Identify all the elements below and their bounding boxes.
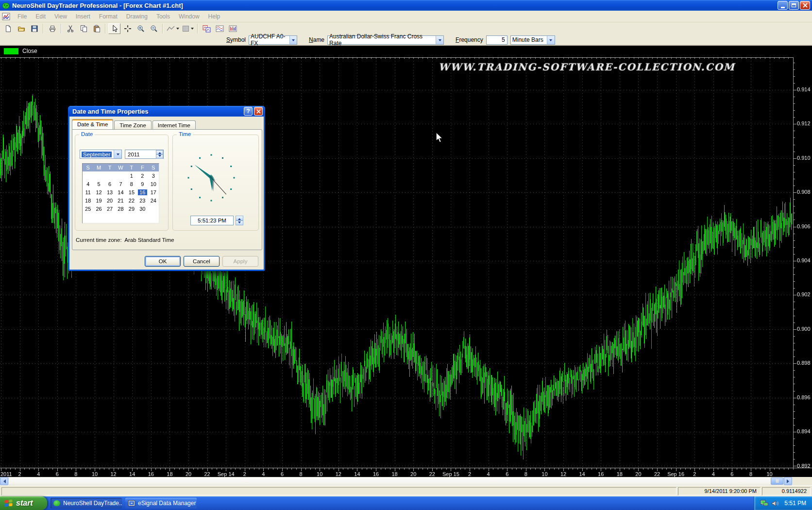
- crosshair-tool-button[interactable]: [121, 23, 134, 34]
- network-icon[interactable]: [760, 500, 769, 507]
- calendar-day[interactable]: 10: [148, 181, 159, 187]
- clock-time: 5:51 PM: [784, 500, 806, 507]
- calendar-day[interactable]: 20: [104, 198, 115, 204]
- menu-window[interactable]: Window: [174, 12, 204, 21]
- frequency-unit-select[interactable]: Minute Bars: [510, 35, 555, 45]
- taskbar-button-label: NeuroShell DayTrade...: [63, 500, 122, 507]
- taskbar: start NeuroShell DayTrade...eSignal Data…: [0, 496, 812, 510]
- calendar-day[interactable]: 4: [83, 181, 93, 187]
- zoom-out-button[interactable]: [148, 23, 160, 34]
- menu-insert[interactable]: Insert: [71, 12, 95, 21]
- calendar-day[interactable]: 15: [126, 189, 137, 195]
- menu-view[interactable]: View: [50, 12, 71, 21]
- year-value: 2011: [125, 152, 156, 157]
- calendar-day[interactable]: 21: [115, 198, 126, 204]
- calendar-day[interactable]: 16: [138, 189, 147, 195]
- month-dropdown-button[interactable]: [114, 150, 121, 158]
- menu-tools[interactable]: Tools: [152, 12, 174, 21]
- calendar-day[interactable]: 1: [126, 173, 137, 179]
- menu-file[interactable]: File: [13, 12, 31, 21]
- calendar-day[interactable]: 28: [115, 206, 126, 212]
- year-up-button[interactable]: [156, 150, 163, 154]
- volume-icon[interactable]: [772, 500, 779, 507]
- chart-wave-button[interactable]: [214, 23, 226, 34]
- cut-button[interactable]: [64, 23, 76, 34]
- cancel-button[interactable]: Cancel: [184, 256, 220, 267]
- new-chart-window-button[interactable]: [201, 23, 213, 34]
- close-icon: [803, 3, 808, 8]
- dialog-help-button[interactable]: ?: [244, 107, 253, 116]
- year-spinner[interactable]: 2011: [125, 150, 164, 159]
- year-down-button[interactable]: [156, 154, 163, 159]
- calendar-day[interactable]: 17: [148, 189, 159, 195]
- maximize-button[interactable]: [789, 1, 799, 10]
- taskbar-button[interactable]: eSignal Data Manager: [125, 498, 197, 509]
- month-select[interactable]: September: [80, 150, 122, 159]
- menu-help[interactable]: Help: [204, 12, 225, 21]
- new-file-button[interactable]: [2, 23, 14, 34]
- calendar-day[interactable]: 9: [137, 181, 148, 187]
- calendar-day[interactable]: 3: [148, 173, 159, 179]
- scroll-right-button[interactable]: [784, 477, 792, 485]
- calendar-day[interactable]: 7: [115, 181, 126, 187]
- line-tool-button[interactable]: [166, 23, 180, 34]
- time-up-button[interactable]: [236, 216, 243, 221]
- save-button[interactable]: [28, 23, 40, 34]
- month-value: September: [82, 152, 112, 157]
- calendar-day[interactable]: 30: [137, 206, 148, 212]
- calendar-day[interactable]: 12: [93, 189, 104, 195]
- calendar-day[interactable]: 8: [126, 181, 137, 187]
- apply-button[interactable]: Apply: [222, 256, 258, 267]
- time-value-field[interactable]: 5:51:23 PM: [190, 216, 234, 225]
- calendar-day[interactable]: 29: [126, 206, 137, 212]
- scrollbar-thumb[interactable]: [771, 477, 783, 485]
- menu-edit[interactable]: Edit: [31, 12, 50, 21]
- calendar-day[interactable]: 11: [83, 189, 93, 195]
- frequency-input[interactable]: [486, 35, 508, 45]
- copy-button[interactable]: [77, 23, 89, 34]
- tab-time-zone[interactable]: Time Zone: [114, 120, 152, 129]
- calendar-weekday: S: [148, 165, 159, 170]
- pointer-tool-button[interactable]: [108, 23, 120, 34]
- calendar-day[interactable]: 24: [148, 198, 159, 204]
- start-button[interactable]: start: [0, 496, 47, 510]
- calendar-day[interactable]: 18: [83, 198, 93, 204]
- calendar-day[interactable]: 26: [93, 206, 104, 212]
- frequency-dropdown-button[interactable]: [547, 36, 555, 44]
- paste-button[interactable]: [90, 23, 102, 34]
- minimize-button[interactable]: [778, 1, 788, 10]
- close-series-swatch: [4, 48, 18, 54]
- calendar-day[interactable]: 25: [83, 206, 93, 212]
- dialog-close-button[interactable]: [254, 107, 263, 116]
- scrollbar-track[interactable]: [8, 477, 784, 485]
- calendar-day[interactable]: 27: [104, 206, 115, 212]
- time-down-button[interactable]: [236, 221, 243, 225]
- tab-date-time[interactable]: Date & Time: [72, 119, 113, 129]
- print-button[interactable]: [46, 23, 58, 34]
- zoom-in-button[interactable]: [135, 23, 147, 34]
- calendar-day[interactable]: 19: [93, 198, 104, 204]
- calendar-day[interactable]: 2: [137, 173, 148, 179]
- taskbar-button[interactable]: NeuroShell DayTrade...: [51, 498, 122, 509]
- ok-button[interactable]: OK: [145, 256, 181, 267]
- fill-pattern-button[interactable]: [181, 23, 195, 34]
- calendar-day[interactable]: 23: [137, 198, 148, 204]
- line-tool-icon: [167, 25, 175, 32]
- calendar-day[interactable]: 5: [93, 181, 104, 187]
- name-dropdown-button[interactable]: [436, 36, 443, 44]
- close-button[interactable]: [800, 1, 810, 10]
- calendar-day[interactable]: 14: [115, 189, 126, 195]
- scroll-left-button[interactable]: [0, 477, 8, 485]
- menu-drawing[interactable]: Drawing: [122, 12, 152, 21]
- symbol-dropdown-button[interactable]: [289, 36, 297, 44]
- calendar-day[interactable]: 13: [104, 189, 115, 195]
- symbol-select[interactable]: AUDCHF A0-FX: [249, 35, 297, 45]
- analog-clock: [185, 151, 238, 204]
- calendar-day[interactable]: 22: [126, 198, 137, 204]
- menu-format[interactable]: Format: [95, 12, 122, 21]
- tab-internet-time[interactable]: Internet Time: [152, 120, 196, 129]
- calendar-day[interactable]: 6: [104, 181, 115, 187]
- open-file-button[interactable]: [15, 23, 27, 34]
- name-select[interactable]: Australian Dollar-Swiss Franc Cross Rate: [327, 35, 444, 45]
- chart-bars-button[interactable]: [227, 23, 239, 34]
